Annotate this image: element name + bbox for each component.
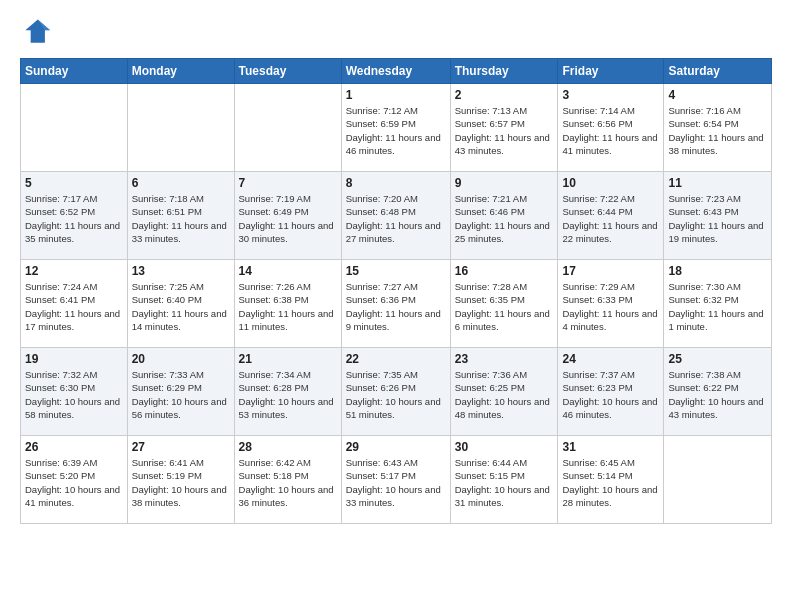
- day-info: Sunrise: 7:29 AM Sunset: 6:33 PM Dayligh…: [562, 280, 659, 333]
- day-info: Sunrise: 6:41 AM Sunset: 5:19 PM Dayligh…: [132, 456, 230, 509]
- day-info: Sunrise: 6:39 AM Sunset: 5:20 PM Dayligh…: [25, 456, 123, 509]
- calendar-day-17: 17Sunrise: 7:29 AM Sunset: 6:33 PM Dayli…: [558, 260, 664, 348]
- day-info: Sunrise: 7:22 AM Sunset: 6:44 PM Dayligh…: [562, 192, 659, 245]
- weekday-header-monday: Monday: [127, 59, 234, 84]
- calendar-day-31: 31Sunrise: 6:45 AM Sunset: 5:14 PM Dayli…: [558, 436, 664, 524]
- day-number: 4: [668, 88, 767, 102]
- day-number: 29: [346, 440, 446, 454]
- day-number: 26: [25, 440, 123, 454]
- calendar-day-16: 16Sunrise: 7:28 AM Sunset: 6:35 PM Dayli…: [450, 260, 558, 348]
- day-number: 7: [239, 176, 337, 190]
- weekday-header-thursday: Thursday: [450, 59, 558, 84]
- calendar-day-25: 25Sunrise: 7:38 AM Sunset: 6:22 PM Dayli…: [664, 348, 772, 436]
- day-info: Sunrise: 7:20 AM Sunset: 6:48 PM Dayligh…: [346, 192, 446, 245]
- calendar-day-1: 1Sunrise: 7:12 AM Sunset: 6:59 PM Daylig…: [341, 84, 450, 172]
- calendar-day-29: 29Sunrise: 6:43 AM Sunset: 5:17 PM Dayli…: [341, 436, 450, 524]
- calendar-day-15: 15Sunrise: 7:27 AM Sunset: 6:36 PM Dayli…: [341, 260, 450, 348]
- calendar-day-14: 14Sunrise: 7:26 AM Sunset: 6:38 PM Dayli…: [234, 260, 341, 348]
- day-info: Sunrise: 7:34 AM Sunset: 6:28 PM Dayligh…: [239, 368, 337, 421]
- day-number: 24: [562, 352, 659, 366]
- day-info: Sunrise: 7:24 AM Sunset: 6:41 PM Dayligh…: [25, 280, 123, 333]
- day-number: 10: [562, 176, 659, 190]
- day-info: Sunrise: 7:23 AM Sunset: 6:43 PM Dayligh…: [668, 192, 767, 245]
- calendar-empty-cell: [664, 436, 772, 524]
- header: [20, 16, 772, 48]
- day-number: 22: [346, 352, 446, 366]
- calendar-day-18: 18Sunrise: 7:30 AM Sunset: 6:32 PM Dayli…: [664, 260, 772, 348]
- calendar-day-28: 28Sunrise: 6:42 AM Sunset: 5:18 PM Dayli…: [234, 436, 341, 524]
- day-number: 15: [346, 264, 446, 278]
- calendar-day-19: 19Sunrise: 7:32 AM Sunset: 6:30 PM Dayli…: [21, 348, 128, 436]
- day-info: Sunrise: 7:28 AM Sunset: 6:35 PM Dayligh…: [455, 280, 554, 333]
- calendar-empty-cell: [21, 84, 128, 172]
- day-number: 16: [455, 264, 554, 278]
- calendar-day-8: 8Sunrise: 7:20 AM Sunset: 6:48 PM Daylig…: [341, 172, 450, 260]
- day-number: 27: [132, 440, 230, 454]
- day-info: Sunrise: 7:14 AM Sunset: 6:56 PM Dayligh…: [562, 104, 659, 157]
- day-number: 8: [346, 176, 446, 190]
- day-info: Sunrise: 7:37 AM Sunset: 6:23 PM Dayligh…: [562, 368, 659, 421]
- calendar-day-6: 6Sunrise: 7:18 AM Sunset: 6:51 PM Daylig…: [127, 172, 234, 260]
- calendar-day-2: 2Sunrise: 7:13 AM Sunset: 6:57 PM Daylig…: [450, 84, 558, 172]
- day-info: Sunrise: 7:38 AM Sunset: 6:22 PM Dayligh…: [668, 368, 767, 421]
- day-info: Sunrise: 7:25 AM Sunset: 6:40 PM Dayligh…: [132, 280, 230, 333]
- day-info: Sunrise: 7:26 AM Sunset: 6:38 PM Dayligh…: [239, 280, 337, 333]
- calendar-day-5: 5Sunrise: 7:17 AM Sunset: 6:52 PM Daylig…: [21, 172, 128, 260]
- weekday-header-sunday: Sunday: [21, 59, 128, 84]
- calendar-week-row: 5Sunrise: 7:17 AM Sunset: 6:52 PM Daylig…: [21, 172, 772, 260]
- calendar-day-4: 4Sunrise: 7:16 AM Sunset: 6:54 PM Daylig…: [664, 84, 772, 172]
- calendar-day-13: 13Sunrise: 7:25 AM Sunset: 6:40 PM Dayli…: [127, 260, 234, 348]
- day-number: 25: [668, 352, 767, 366]
- logo-icon: [20, 16, 52, 48]
- day-info: Sunrise: 7:33 AM Sunset: 6:29 PM Dayligh…: [132, 368, 230, 421]
- day-number: 18: [668, 264, 767, 278]
- calendar-day-23: 23Sunrise: 7:36 AM Sunset: 6:25 PM Dayli…: [450, 348, 558, 436]
- weekday-header-row: SundayMondayTuesdayWednesdayThursdayFrid…: [21, 59, 772, 84]
- day-number: 19: [25, 352, 123, 366]
- day-info: Sunrise: 7:35 AM Sunset: 6:26 PM Dayligh…: [346, 368, 446, 421]
- calendar-day-7: 7Sunrise: 7:19 AM Sunset: 6:49 PM Daylig…: [234, 172, 341, 260]
- calendar-week-row: 1Sunrise: 7:12 AM Sunset: 6:59 PM Daylig…: [21, 84, 772, 172]
- logo: [20, 16, 54, 48]
- calendar-day-12: 12Sunrise: 7:24 AM Sunset: 6:41 PM Dayli…: [21, 260, 128, 348]
- day-info: Sunrise: 6:42 AM Sunset: 5:18 PM Dayligh…: [239, 456, 337, 509]
- day-number: 20: [132, 352, 230, 366]
- day-number: 23: [455, 352, 554, 366]
- calendar-day-30: 30Sunrise: 6:44 AM Sunset: 5:15 PM Dayli…: [450, 436, 558, 524]
- day-info: Sunrise: 7:30 AM Sunset: 6:32 PM Dayligh…: [668, 280, 767, 333]
- page: SundayMondayTuesdayWednesdayThursdayFrid…: [0, 0, 792, 612]
- calendar-day-11: 11Sunrise: 7:23 AM Sunset: 6:43 PM Dayli…: [664, 172, 772, 260]
- calendar-day-10: 10Sunrise: 7:22 AM Sunset: 6:44 PM Dayli…: [558, 172, 664, 260]
- svg-marker-0: [25, 20, 50, 43]
- day-number: 1: [346, 88, 446, 102]
- calendar-day-27: 27Sunrise: 6:41 AM Sunset: 5:19 PM Dayli…: [127, 436, 234, 524]
- calendar-day-9: 9Sunrise: 7:21 AM Sunset: 6:46 PM Daylig…: [450, 172, 558, 260]
- day-number: 21: [239, 352, 337, 366]
- day-number: 9: [455, 176, 554, 190]
- day-info: Sunrise: 6:45 AM Sunset: 5:14 PM Dayligh…: [562, 456, 659, 509]
- day-info: Sunrise: 7:32 AM Sunset: 6:30 PM Dayligh…: [25, 368, 123, 421]
- day-info: Sunrise: 6:44 AM Sunset: 5:15 PM Dayligh…: [455, 456, 554, 509]
- weekday-header-friday: Friday: [558, 59, 664, 84]
- calendar-week-row: 12Sunrise: 7:24 AM Sunset: 6:41 PM Dayli…: [21, 260, 772, 348]
- calendar-table: SundayMondayTuesdayWednesdayThursdayFrid…: [20, 58, 772, 524]
- day-info: Sunrise: 7:21 AM Sunset: 6:46 PM Dayligh…: [455, 192, 554, 245]
- day-number: 14: [239, 264, 337, 278]
- day-info: Sunrise: 7:18 AM Sunset: 6:51 PM Dayligh…: [132, 192, 230, 245]
- calendar-day-3: 3Sunrise: 7:14 AM Sunset: 6:56 PM Daylig…: [558, 84, 664, 172]
- day-number: 2: [455, 88, 554, 102]
- day-info: Sunrise: 7:36 AM Sunset: 6:25 PM Dayligh…: [455, 368, 554, 421]
- weekday-header-saturday: Saturday: [664, 59, 772, 84]
- day-number: 12: [25, 264, 123, 278]
- day-info: Sunrise: 6:43 AM Sunset: 5:17 PM Dayligh…: [346, 456, 446, 509]
- day-number: 11: [668, 176, 767, 190]
- day-info: Sunrise: 7:19 AM Sunset: 6:49 PM Dayligh…: [239, 192, 337, 245]
- day-number: 30: [455, 440, 554, 454]
- calendar-day-26: 26Sunrise: 6:39 AM Sunset: 5:20 PM Dayli…: [21, 436, 128, 524]
- day-number: 5: [25, 176, 123, 190]
- day-number: 17: [562, 264, 659, 278]
- day-number: 13: [132, 264, 230, 278]
- day-number: 31: [562, 440, 659, 454]
- day-number: 3: [562, 88, 659, 102]
- calendar-day-21: 21Sunrise: 7:34 AM Sunset: 6:28 PM Dayli…: [234, 348, 341, 436]
